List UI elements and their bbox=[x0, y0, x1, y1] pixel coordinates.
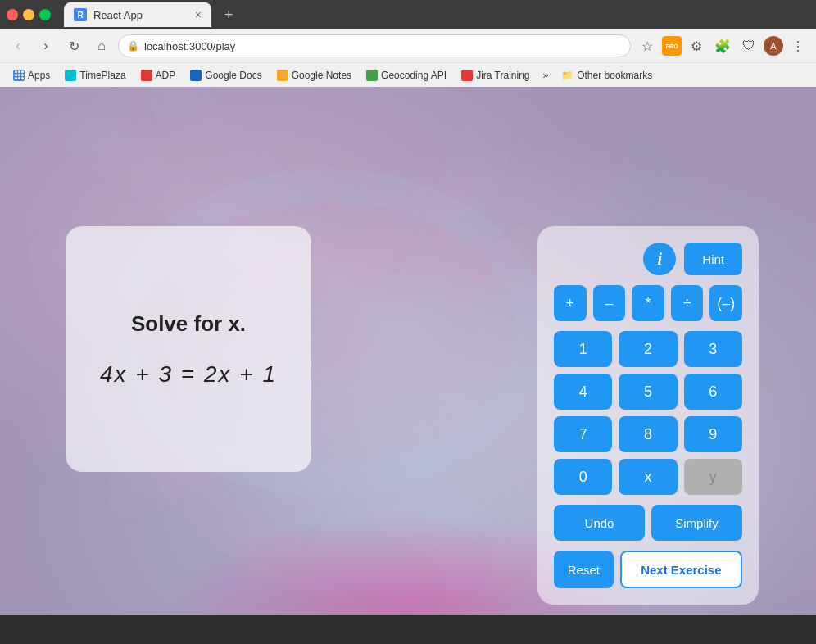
problem-card: Solve for x. 4x + 3 = 2x + 1 bbox=[66, 226, 311, 472]
bookmark-timeplaza-label: TimePlaza bbox=[79, 70, 125, 81]
window-controls bbox=[7, 9, 51, 20]
maximize-button[interactable] bbox=[39, 9, 51, 20]
settings-button[interactable]: ⚙ bbox=[685, 34, 708, 57]
var-y-button[interactable]: y bbox=[684, 459, 742, 495]
num-4-button[interactable]: 4 bbox=[554, 374, 612, 410]
num-3-button[interactable]: 3 bbox=[684, 331, 742, 367]
other-bookmarks-label: Other bookmarks bbox=[577, 70, 652, 81]
op-minus-button[interactable]: – bbox=[593, 285, 626, 321]
tab-close-button[interactable]: × bbox=[195, 8, 202, 21]
reset-button[interactable]: Reset bbox=[554, 551, 614, 588]
shield-button[interactable]: 🛡 bbox=[737, 34, 760, 57]
home-button[interactable]: ⌂ bbox=[90, 34, 113, 57]
bookmark-star-button[interactable]: ☆ bbox=[636, 34, 659, 57]
op-plus-button[interactable]: + bbox=[554, 285, 587, 321]
googledocs-favicon bbox=[190, 70, 202, 81]
bookmark-apps[interactable]: Apps bbox=[7, 67, 57, 84]
bookmark-googlenotes[interactable]: Google Notes bbox=[270, 67, 358, 84]
timeplaza-favicon bbox=[65, 70, 76, 81]
bookmarks-more-button[interactable]: » bbox=[538, 67, 554, 84]
hint-button[interactable]: Hint bbox=[684, 243, 742, 275]
close-button[interactable] bbox=[7, 9, 18, 20]
profile-avatar[interactable]: A bbox=[764, 36, 783, 56]
new-tab-button[interactable]: + bbox=[218, 2, 240, 27]
num-1-button[interactable]: 1 bbox=[554, 331, 612, 367]
bookmark-geocoding-label: Geocoding API bbox=[381, 70, 447, 81]
minimize-button[interactable] bbox=[23, 9, 34, 20]
op-multiply-button[interactable]: * bbox=[632, 285, 664, 321]
action-row: Undo Simplify bbox=[554, 505, 742, 541]
num-6-button[interactable]: 6 bbox=[684, 374, 742, 410]
browser-chrome: R React App × + ‹ › ↻ ⌂ 🔒 localhost:3000… bbox=[0, 0, 816, 87]
lock-icon: 🔒 bbox=[127, 40, 139, 52]
jira-favicon bbox=[461, 70, 473, 81]
address-bar[interactable]: 🔒 localhost:3000/play bbox=[118, 34, 631, 57]
info-icon: i bbox=[658, 250, 663, 269]
num-7-button[interactable]: 7 bbox=[554, 416, 612, 452]
forward-button[interactable]: › bbox=[34, 34, 57, 57]
calculator-panel: i Hint + – * ÷ (–) 1 2 3 4 5 6 7 8 9 0 x… bbox=[537, 226, 759, 605]
adp-favicon bbox=[141, 70, 152, 81]
bookmark-timeplaza[interactable]: TimePlaza bbox=[58, 67, 132, 84]
operator-row: + – * ÷ (–) bbox=[554, 285, 742, 321]
op-negate-button[interactable]: (–) bbox=[709, 285, 742, 321]
num-8-button[interactable]: 8 bbox=[619, 416, 677, 452]
bookmark-apps-label: Apps bbox=[28, 70, 50, 81]
next-exercise-button[interactable]: Next Exercise bbox=[620, 551, 742, 588]
bookmark-geocoding[interactable]: Geocoding API bbox=[360, 67, 453, 84]
page-content: Solve for x. 4x + 3 = 2x + 1 i Hint + – … bbox=[0, 87, 816, 615]
bookmark-adp-label: ADP bbox=[156, 70, 176, 81]
bottom-row: Reset Next Exercise bbox=[554, 551, 742, 588]
other-bookmarks-folder[interactable]: 📁 Other bookmarks bbox=[555, 67, 659, 84]
num-9-button[interactable]: 9 bbox=[684, 416, 742, 452]
num-0-button[interactable]: 0 bbox=[554, 459, 612, 495]
apps-favicon bbox=[13, 70, 25, 81]
bookmark-googlenotes-label: Google Notes bbox=[292, 70, 351, 81]
nav-icon-group: ☆ PRO ⚙ 🧩 🛡 A ⋮ bbox=[636, 34, 809, 57]
simplify-button[interactable]: Simplify bbox=[651, 505, 742, 541]
googlenotes-favicon bbox=[277, 70, 288, 81]
num-2-button[interactable]: 2 bbox=[619, 331, 677, 367]
extensions-button[interactable]: 🧩 bbox=[711, 34, 734, 57]
info-button[interactable]: i bbox=[643, 243, 676, 275]
folder-icon: 📁 bbox=[561, 70, 573, 81]
active-tab[interactable]: R React App × bbox=[64, 2, 211, 27]
var-x-button[interactable]: x bbox=[619, 459, 677, 495]
num-5-button[interactable]: 5 bbox=[619, 374, 677, 410]
title-bar: R React App × + bbox=[0, 0, 816, 29]
bookmark-adp[interactable]: ADP bbox=[134, 67, 183, 84]
bookmark-googledocs[interactable]: Google Docs bbox=[184, 67, 268, 84]
equation-display: 4x + 3 = 2x + 1 bbox=[100, 361, 277, 388]
bookmarks-bar: Apps TimePlaza ADP Google Docs Google No… bbox=[0, 62, 816, 87]
bookmark-jira-label: Jira Training bbox=[476, 70, 529, 81]
tab-favicon: R bbox=[74, 8, 87, 21]
refresh-button[interactable]: ↻ bbox=[62, 34, 85, 57]
pro-badge: PRO bbox=[662, 36, 682, 56]
url-text: localhost:3000/play bbox=[144, 40, 622, 52]
undo-button[interactable]: Undo bbox=[554, 505, 645, 541]
bookmark-jira[interactable]: Jira Training bbox=[455, 67, 536, 84]
nav-bar: ‹ › ↻ ⌂ 🔒 localhost:3000/play ☆ PRO ⚙ 🧩 … bbox=[0, 29, 816, 62]
hint-row: i Hint bbox=[554, 243, 742, 275]
op-divide-button[interactable]: ÷ bbox=[671, 285, 704, 321]
geocoding-favicon bbox=[366, 70, 378, 81]
back-button[interactable]: ‹ bbox=[7, 34, 29, 57]
tab-title: React App bbox=[93, 9, 188, 21]
number-grid: 1 2 3 4 5 6 7 8 9 0 x y bbox=[554, 331, 742, 495]
menu-button[interactable]: ⋮ bbox=[787, 34, 809, 57]
solve-label: Solve for x. bbox=[131, 311, 246, 337]
bookmark-googledocs-label: Google Docs bbox=[205, 70, 261, 81]
